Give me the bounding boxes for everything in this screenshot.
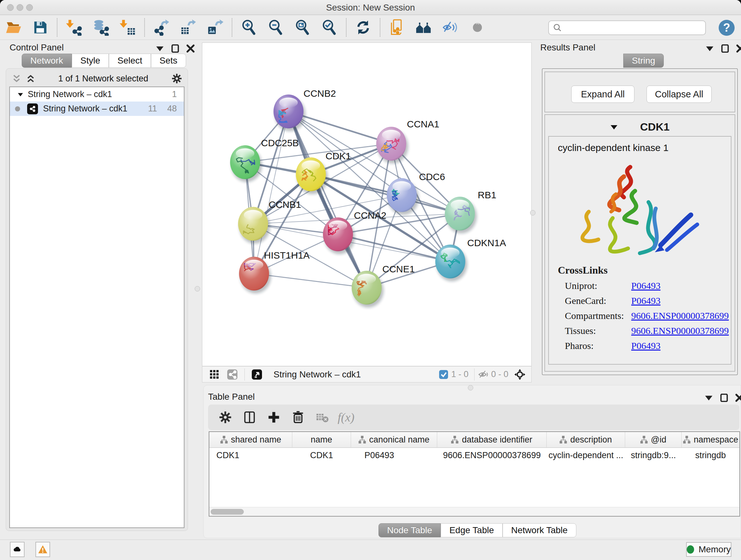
hide-graphics-details-icon[interactable] <box>441 18 460 37</box>
tab-node-table[interactable]: Node Table <box>379 523 441 537</box>
float-panel-icon[interactable] <box>171 44 179 53</box>
column-header[interactable]: canonical name <box>351 432 437 447</box>
network-node-CCNE1[interactable] <box>352 271 384 307</box>
function-builder-button[interactable]: f(x) <box>338 410 354 424</box>
network-node-CDC6[interactable] <box>387 178 419 215</box>
import-network-file-icon[interactable] <box>64 18 84 37</box>
network-row-selected[interactable]: String Network – cdk1 11 48 <box>10 102 184 116</box>
delete-column-icon[interactable] <box>289 408 307 426</box>
expand-all-tree-icon[interactable] <box>26 74 36 83</box>
save-session-icon[interactable] <box>30 18 50 37</box>
add-column-icon[interactable] <box>265 408 283 426</box>
column-header[interactable]: database identifier <box>437 432 547 447</box>
crosslink-link[interactable]: P06493 <box>631 340 661 351</box>
network-edge[interactable] <box>254 111 288 273</box>
warnings-button[interactable] <box>36 542 50 557</box>
help-button[interactable]: ? <box>719 20 735 36</box>
collapse-all-tree-icon[interactable] <box>12 74 21 83</box>
network-node-RB1[interactable] <box>445 197 477 233</box>
network-node-CCNA1[interactable] <box>376 127 408 164</box>
column-header[interactable]: description <box>547 432 625 447</box>
column-header[interactable]: shared name <box>209 432 292 447</box>
zoom-selected-icon[interactable] <box>320 18 339 37</box>
tab-string[interactable]: String <box>623 54 664 68</box>
export-table-icon[interactable] <box>179 18 198 37</box>
splitter-grip-right[interactable] <box>530 210 536 215</box>
float-panel-icon[interactable] <box>720 394 728 402</box>
network-icon-toggle[interactable] <box>225 368 239 381</box>
table-row[interactable]: CDK1 CDK1 P06493 9606.ENSP00000378699 cy… <box>209 448 739 462</box>
network-options-gear-icon[interactable] <box>171 73 183 84</box>
zoom-out-icon[interactable] <box>266 18 285 37</box>
network-node-HIST1H1A[interactable] <box>239 257 271 294</box>
horizontal-scrollbar[interactable] <box>209 507 739 516</box>
close-panel-icon[interactable] <box>186 44 195 53</box>
network-collection-row[interactable]: String Network – cdk1 1 <box>10 87 184 102</box>
crosslink-link[interactable]: 9606.ENSP00000378699 <box>631 325 729 336</box>
column-header[interactable]: name <box>292 432 351 447</box>
refresh-view-icon[interactable] <box>354 18 373 37</box>
network-node-CDC25B[interactable] <box>230 145 262 182</box>
close-panel-icon[interactable] <box>736 44 741 53</box>
column-header[interactable]: namespace <box>682 432 739 447</box>
network-node-CCNB2[interactable] <box>273 95 306 131</box>
export-network-icon[interactable] <box>152 18 171 37</box>
close-panel-icon[interactable] <box>735 394 741 402</box>
cell-description[interactable]: cyclin-dependent ... <box>547 450 625 460</box>
tab-style[interactable]: Style <box>72 54 109 68</box>
cell-canonical-name[interactable]: P06493 <box>351 450 437 460</box>
section-expander-icon[interactable] <box>610 124 618 130</box>
import-table-file-icon[interactable] <box>118 18 137 37</box>
selected-counter: 1 - 0 <box>451 369 468 379</box>
crosslink-link[interactable]: 9606.ENSP00000378699 <box>631 310 729 321</box>
detach-view-icon[interactable] <box>250 368 264 381</box>
tab-select[interactable]: Select <box>109 54 151 68</box>
cell-namespace[interactable]: stringdb <box>682 450 739 460</box>
scrollbar-thumb[interactable] <box>211 509 244 515</box>
protein-name: CDK1 <box>640 121 670 133</box>
import-network-database-icon[interactable] <box>91 18 111 37</box>
crosslink-link[interactable]: P06493 <box>631 280 661 291</box>
splitter-grip-bottom[interactable] <box>468 385 473 390</box>
export-image-icon[interactable] <box>205 18 225 37</box>
network-view-canvas[interactable]: CCNB2CCNA1CDC25BCDK1CDC6RB1CCNB1CCNA2CDK… <box>202 43 532 366</box>
cell-database-identifier[interactable]: 9606.ENSP00000378699 <box>437 450 547 460</box>
tab-sets[interactable]: Sets <box>151 54 186 68</box>
open-file-icon[interactable] <box>4 18 23 37</box>
panel-menu-icon[interactable] <box>156 44 164 53</box>
column-header[interactable]: @id <box>625 432 682 447</box>
memory-button[interactable]: Memory <box>686 542 731 557</box>
zoom-fit-icon[interactable] <box>293 18 312 37</box>
cell-name[interactable]: CDK1 <box>292 450 351 460</box>
crosslink-link[interactable]: P06493 <box>631 295 661 306</box>
selected-nodes-checkbox-icon[interactable] <box>439 369 449 380</box>
tab-network-table[interactable]: Network Table <box>502 523 576 537</box>
search-input[interactable] <box>565 23 705 33</box>
birdseye-view-icon[interactable] <box>468 18 487 37</box>
tab-edge-table[interactable]: Edge Table <box>441 523 502 537</box>
collapse-all-button[interactable]: Collapse All <box>647 85 712 103</box>
show-columns-icon[interactable] <box>241 408 259 426</box>
string-network-graph[interactable]: CCNB2CCNA1CDC25BCDK1CDC6RB1CCNB1CCNA2CDK… <box>202 43 531 366</box>
network-document-icon[interactable] <box>387 18 407 37</box>
network-node-CCNA2[interactable] <box>323 217 355 254</box>
panel-menu-icon[interactable] <box>704 394 713 402</box>
delete-table-icon[interactable] <box>313 408 331 426</box>
cell-shared-name[interactable]: CDK1 <box>209 450 292 460</box>
tree-expander-icon[interactable] <box>17 92 23 97</box>
birdseye-navigator-icon[interactable] <box>513 368 527 381</box>
float-panel-icon[interactable] <box>721 44 729 53</box>
houses-icon[interactable] <box>414 18 433 37</box>
expand-all-button[interactable]: Expand All <box>571 85 634 103</box>
grid-view-icon[interactable] <box>207 368 221 381</box>
panel-menu-icon[interactable] <box>705 44 714 53</box>
zoom-in-icon[interactable] <box>239 18 259 37</box>
table-options-gear-icon[interactable] <box>216 408 234 426</box>
cell-id[interactable]: stringdb:9... <box>625 450 682 460</box>
tab-network[interactable]: Network <box>22 54 72 68</box>
column-network-icon <box>358 436 366 443</box>
network-node-CDK1[interactable] <box>296 158 328 194</box>
cloud-status-button[interactable] <box>10 542 24 557</box>
network-node-CDKN1A[interactable] <box>435 245 467 281</box>
splitter-grip-left[interactable] <box>195 286 200 292</box>
